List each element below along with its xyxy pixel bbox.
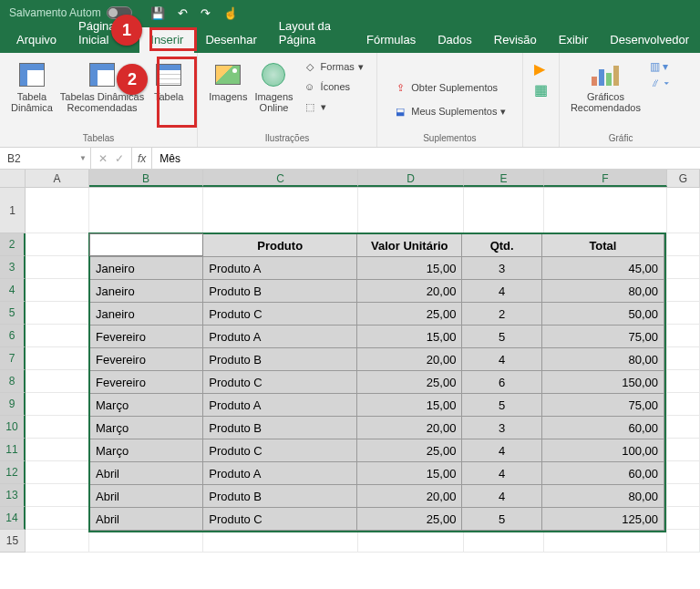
table-cell[interactable]: Produto A	[203, 257, 357, 280]
cell[interactable]	[667, 416, 700, 439]
3d-models-button[interactable]: ⬚ ▾	[303, 98, 364, 115]
cell[interactable]	[544, 530, 667, 553]
row-header[interactable]: 14	[0, 507, 26, 530]
table-cell[interactable]: Fevereiro	[90, 371, 203, 394]
shapes-button[interactable]: ◇Formas ▾	[303, 58, 364, 75]
table-cell[interactable]: Produto C	[203, 303, 357, 326]
table-cell[interactable]: Produto B	[203, 348, 357, 371]
table-cell[interactable]: Março	[90, 394, 203, 417]
table-cell[interactable]: Produto C	[203, 508, 357, 531]
row-header[interactable]: 12	[0, 461, 26, 484]
cell[interactable]	[667, 484, 700, 507]
tab-layout[interactable]: Layout da Página	[268, 14, 355, 53]
table-cell[interactable]: 150,00	[542, 371, 664, 394]
table-cell[interactable]: Janeiro	[90, 303, 203, 326]
table-cell[interactable]: Fevereiro	[90, 326, 203, 348]
table-cell[interactable]: 5	[462, 394, 541, 417]
bing-maps-icon[interactable]: ▶	[534, 60, 548, 78]
table-cell[interactable]: 75,00	[542, 394, 664, 417]
row-header[interactable]: 8	[0, 370, 26, 393]
table-cell[interactable]: Produto A	[203, 326, 357, 348]
icons-button[interactable]: ☺Ícones	[303, 78, 364, 95]
online-images-button[interactable]: Imagens Online	[251, 57, 296, 115]
table-cell[interactable]: 5	[462, 508, 541, 531]
table-cell[interactable]: 50,00	[542, 303, 664, 326]
row-header[interactable]: 15	[0, 530, 26, 553]
row-header[interactable]: 10	[0, 416, 26, 439]
cell[interactable]	[667, 256, 700, 279]
table-cell[interactable]: 15,00	[357, 394, 462, 417]
table-cell[interactable]: 4	[462, 485, 541, 508]
column-header[interactable]: E	[464, 170, 544, 187]
column-header[interactable]: F	[544, 170, 667, 187]
cell[interactable]	[26, 530, 89, 553]
table-cell[interactable]: 80,00	[542, 280, 664, 303]
table-header-cell[interactable]: Produto	[203, 234, 357, 257]
cell[interactable]	[667, 233, 700, 256]
table-header-cell[interactable]: Qtd.	[462, 234, 541, 257]
table-cell[interactable]: Produto A	[203, 394, 357, 417]
table-cell[interactable]: 4	[462, 439, 541, 462]
row-header[interactable]: 9	[0, 393, 26, 416]
table-cell[interactable]: 15,00	[357, 257, 462, 280]
row-header[interactable]: 3	[0, 256, 26, 279]
table-cell[interactable]: 60,00	[542, 462, 664, 485]
table-cell[interactable]: 25,00	[357, 371, 462, 394]
table-cell[interactable]: Abril	[90, 485, 203, 508]
tab-exibir[interactable]: Exibir	[548, 27, 600, 53]
row-header[interactable]: 7	[0, 347, 26, 370]
table-cell[interactable]: Janeiro	[90, 257, 203, 280]
cell[interactable]	[544, 188, 667, 233]
column-header[interactable]: C	[203, 170, 358, 187]
table-cell[interactable]: Produto B	[203, 280, 357, 303]
table-button[interactable]: Tabela	[148, 57, 190, 104]
cell[interactable]	[667, 325, 700, 347]
table-cell[interactable]: 4	[462, 348, 541, 371]
images-button[interactable]: Imagens	[205, 57, 251, 104]
spreadsheet-grid[interactable]: ABCDEFG 123456789101112131415 MêsProduto…	[0, 170, 700, 553]
select-all-corner[interactable]	[0, 170, 26, 187]
cell[interactable]	[26, 484, 89, 507]
table-cell[interactable]: 45,00	[542, 257, 664, 280]
table-cell[interactable]: Produto A	[203, 462, 357, 485]
table-cell[interactable]: 5	[462, 326, 541, 348]
table-cell[interactable]: 80,00	[542, 348, 664, 371]
table-cell[interactable]: Abril	[90, 462, 203, 485]
cell[interactable]	[89, 530, 203, 553]
tab-desenhar[interactable]: Desenhar	[194, 27, 267, 53]
redo-icon[interactable]: ↷	[201, 6, 211, 20]
column-header[interactable]: A	[26, 170, 89, 187]
row-header[interactable]: 13	[0, 484, 26, 507]
row-header[interactable]: 5	[0, 302, 26, 325]
table-cell[interactable]: Março	[90, 417, 203, 439]
cell[interactable]	[203, 530, 358, 553]
table-cell[interactable]: 3	[462, 257, 541, 280]
touch-mode-icon[interactable]: ☝	[223, 6, 238, 20]
row-header[interactable]: 2	[0, 233, 26, 256]
cell[interactable]	[26, 188, 89, 233]
get-addins-button[interactable]: ⇪Obter Suplementos	[393, 79, 498, 96]
cell[interactable]	[667, 347, 700, 370]
cell[interactable]	[667, 530, 700, 553]
cell[interactable]	[667, 507, 700, 530]
cell[interactable]	[464, 188, 544, 233]
cell[interactable]	[26, 461, 89, 484]
cell[interactable]	[26, 439, 89, 461]
table-header-cell[interactable]: Total	[542, 234, 664, 257]
table-cell[interactable]: 25,00	[357, 303, 462, 326]
row-header[interactable]: 1	[0, 188, 26, 233]
cell[interactable]	[26, 507, 89, 530]
cancel-formula-icon[interactable]: ✕	[98, 152, 108, 165]
bar-chart-icon[interactable]: ▥ ▾	[650, 60, 669, 73]
table-cell[interactable]: 4	[462, 280, 541, 303]
cell[interactable]	[26, 279, 89, 302]
table-cell[interactable]: Março	[90, 439, 203, 462]
cell[interactable]	[26, 416, 89, 439]
table-cell[interactable]: 2	[462, 303, 541, 326]
name-box[interactable]: B2 ▼	[0, 148, 91, 169]
table-cell[interactable]: Produto C	[203, 371, 357, 394]
table-cell[interactable]: Produto B	[203, 485, 357, 508]
table-cell[interactable]: Janeiro	[90, 280, 203, 303]
tab-formulas[interactable]: Fórmulas	[355, 27, 427, 53]
column-header[interactable]: G	[667, 170, 700, 187]
